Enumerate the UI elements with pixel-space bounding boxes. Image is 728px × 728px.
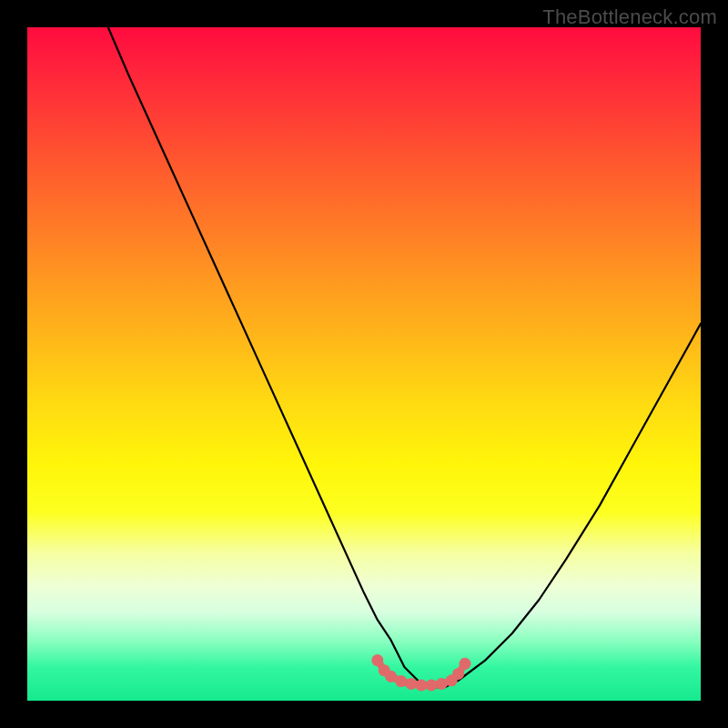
plot-area — [27, 27, 701, 701]
marker-dot — [436, 678, 448, 690]
watermark-text: TheBottleneck.com — [542, 5, 717, 29]
marker-dot — [371, 654, 383, 666]
marker-dot — [452, 668, 464, 680]
optimal-range-marker-dots — [371, 654, 470, 691]
marker-dot — [460, 658, 471, 670]
marker-dot — [405, 678, 417, 690]
marker-dot — [415, 679, 427, 691]
chart-svg — [27, 27, 701, 701]
marker-dot — [385, 671, 397, 682]
bottleneck-curve — [108, 27, 701, 687]
marker-dot — [426, 679, 438, 691]
marker-dot — [395, 675, 407, 687]
chart-frame: TheBottleneck.com — [0, 0, 728, 728]
